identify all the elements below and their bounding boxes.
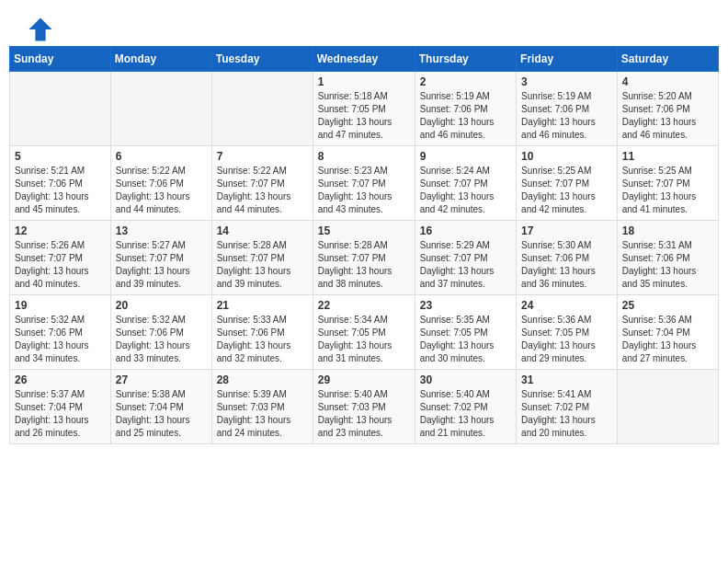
- calendar-cell: 6Sunrise: 5:22 AM Sunset: 7:06 PM Daylig…: [110, 146, 211, 221]
- day-info: Sunrise: 5:32 AM Sunset: 7:06 PM Dayligh…: [15, 314, 106, 365]
- day-info: Sunrise: 5:37 AM Sunset: 7:04 PM Dayligh…: [15, 388, 106, 440]
- calendar-cell: 31Sunrise: 5:41 AM Sunset: 7:02 PM Dayli…: [517, 370, 618, 444]
- calendar-cell: [10, 72, 111, 146]
- day-info: Sunrise: 5:40 AM Sunset: 7:02 PM Dayligh…: [420, 388, 511, 440]
- day-info: Sunrise: 5:25 AM Sunset: 7:07 PM Dayligh…: [622, 165, 713, 216]
- day-number: 31: [521, 373, 612, 386]
- day-info: Sunrise: 5:34 AM Sunset: 7:05 PM Dayligh…: [318, 314, 410, 365]
- day-number: 22: [318, 299, 410, 312]
- day-info: Sunrise: 5:36 AM Sunset: 7:04 PM Dayligh…: [622, 314, 713, 365]
- calendar-cell: 29Sunrise: 5:40 AM Sunset: 7:03 PM Dayli…: [313, 370, 415, 444]
- day-number: 4: [622, 75, 713, 88]
- day-info: Sunrise: 5:29 AM Sunset: 7:07 PM Dayligh…: [420, 239, 511, 291]
- day-number: 26: [15, 373, 106, 386]
- weekday-header-sunday: Sunday: [10, 47, 111, 72]
- calendar-week-3: 12Sunrise: 5:26 AM Sunset: 7:07 PM Dayli…: [10, 221, 719, 295]
- calendar-cell: 9Sunrise: 5:24 AM Sunset: 7:07 PM Daylig…: [415, 146, 516, 221]
- day-number: 7: [217, 150, 308, 163]
- calendar-cell: 7Sunrise: 5:22 AM Sunset: 7:07 PM Daylig…: [211, 146, 313, 221]
- calendar-cell: [211, 72, 313, 146]
- day-number: 10: [521, 150, 612, 163]
- day-info: Sunrise: 5:21 AM Sunset: 7:06 PM Dayligh…: [15, 165, 106, 216]
- day-info: Sunrise: 5:27 AM Sunset: 7:07 PM Dayligh…: [116, 239, 207, 291]
- day-info: Sunrise: 5:30 AM Sunset: 7:06 PM Dayligh…: [521, 239, 612, 291]
- logo-icon: [28, 17, 53, 42]
- day-info: Sunrise: 5:41 AM Sunset: 7:02 PM Dayligh…: [521, 388, 612, 440]
- day-number: 16: [420, 224, 511, 237]
- day-number: 15: [318, 224, 410, 237]
- calendar-cell: 22Sunrise: 5:34 AM Sunset: 7:05 PM Dayli…: [313, 295, 415, 370]
- weekday-header-saturday: Saturday: [617, 47, 718, 72]
- day-number: 2: [420, 75, 511, 88]
- calendar-cell: 27Sunrise: 5:38 AM Sunset: 7:04 PM Dayli…: [110, 370, 211, 444]
- day-info: Sunrise: 5:33 AM Sunset: 7:06 PM Dayligh…: [217, 314, 308, 365]
- day-number: 21: [217, 299, 308, 312]
- day-number: 6: [116, 150, 207, 163]
- day-info: Sunrise: 5:25 AM Sunset: 7:07 PM Dayligh…: [521, 165, 612, 216]
- day-number: 24: [521, 299, 612, 312]
- weekday-header-wednesday: Wednesday: [313, 47, 415, 72]
- day-number: 12: [15, 224, 106, 237]
- calendar-week-2: 5Sunrise: 5:21 AM Sunset: 7:06 PM Daylig…: [10, 146, 719, 221]
- calendar-cell: 26Sunrise: 5:37 AM Sunset: 7:04 PM Dayli…: [10, 370, 111, 444]
- day-number: 13: [116, 224, 207, 237]
- day-number: 11: [622, 150, 713, 163]
- calendar-week-4: 19Sunrise: 5:32 AM Sunset: 7:06 PM Dayli…: [10, 295, 719, 370]
- calendar-cell: 2Sunrise: 5:19 AM Sunset: 7:06 PM Daylig…: [415, 72, 516, 146]
- day-info: Sunrise: 5:40 AM Sunset: 7:03 PM Dayligh…: [318, 388, 410, 440]
- weekday-header-monday: Monday: [110, 47, 211, 72]
- day-info: Sunrise: 5:18 AM Sunset: 7:05 PM Dayligh…: [318, 90, 410, 142]
- calendar-cell: 3Sunrise: 5:19 AM Sunset: 7:06 PM Daylig…: [517, 72, 618, 146]
- calendar-table: SundayMondayTuesdayWednesdayThursdayFrid…: [9, 46, 719, 444]
- calendar-cell: 30Sunrise: 5:40 AM Sunset: 7:02 PM Dayli…: [415, 370, 516, 444]
- day-info: Sunrise: 5:28 AM Sunset: 7:07 PM Dayligh…: [318, 239, 410, 291]
- day-number: 28: [217, 373, 308, 386]
- day-number: 20: [116, 299, 207, 312]
- day-number: 17: [521, 224, 612, 237]
- day-info: Sunrise: 5:19 AM Sunset: 7:06 PM Dayligh…: [521, 90, 612, 142]
- day-number: 8: [318, 150, 410, 163]
- calendar-cell: 15Sunrise: 5:28 AM Sunset: 7:07 PM Dayli…: [313, 221, 415, 295]
- logo: [28, 17, 57, 42]
- weekday-header-friday: Friday: [517, 47, 618, 72]
- day-info: Sunrise: 5:22 AM Sunset: 7:07 PM Dayligh…: [217, 165, 308, 216]
- calendar-cell: 10Sunrise: 5:25 AM Sunset: 7:07 PM Dayli…: [517, 146, 618, 221]
- day-number: 25: [622, 299, 713, 312]
- calendar-cell: 16Sunrise: 5:29 AM Sunset: 7:07 PM Dayli…: [415, 221, 516, 295]
- calendar-cell: 18Sunrise: 5:31 AM Sunset: 7:06 PM Dayli…: [617, 221, 718, 295]
- calendar-cell: 19Sunrise: 5:32 AM Sunset: 7:06 PM Dayli…: [10, 295, 111, 370]
- day-number: 27: [116, 373, 207, 386]
- day-info: Sunrise: 5:22 AM Sunset: 7:06 PM Dayligh…: [116, 165, 207, 216]
- day-info: Sunrise: 5:39 AM Sunset: 7:03 PM Dayligh…: [217, 388, 308, 440]
- day-info: Sunrise: 5:35 AM Sunset: 7:05 PM Dayligh…: [420, 314, 511, 365]
- day-info: Sunrise: 5:36 AM Sunset: 7:05 PM Dayligh…: [521, 314, 612, 365]
- day-info: Sunrise: 5:31 AM Sunset: 7:06 PM Dayligh…: [622, 239, 713, 291]
- calendar-week-1: 1Sunrise: 5:18 AM Sunset: 7:05 PM Daylig…: [10, 72, 719, 146]
- svg-marker-0: [28, 17, 51, 40]
- calendar-cell: 14Sunrise: 5:28 AM Sunset: 7:07 PM Dayli…: [211, 221, 313, 295]
- calendar-cell: [617, 370, 718, 444]
- weekday-header-thursday: Thursday: [415, 47, 516, 72]
- day-number: 30: [420, 373, 511, 386]
- day-info: Sunrise: 5:19 AM Sunset: 7:06 PM Dayligh…: [420, 90, 511, 142]
- day-number: 3: [521, 75, 612, 88]
- day-number: 19: [15, 299, 106, 312]
- calendar-cell: 28Sunrise: 5:39 AM Sunset: 7:03 PM Dayli…: [211, 370, 313, 444]
- calendar-cell: 24Sunrise: 5:36 AM Sunset: 7:05 PM Dayli…: [517, 295, 618, 370]
- day-number: 14: [217, 224, 308, 237]
- calendar-cell: 23Sunrise: 5:35 AM Sunset: 7:05 PM Dayli…: [415, 295, 516, 370]
- calendar-cell: 12Sunrise: 5:26 AM Sunset: 7:07 PM Dayli…: [10, 221, 111, 295]
- calendar-cell: 17Sunrise: 5:30 AM Sunset: 7:06 PM Dayli…: [517, 221, 618, 295]
- day-number: 5: [15, 150, 106, 163]
- day-info: Sunrise: 5:23 AM Sunset: 7:07 PM Dayligh…: [318, 165, 410, 216]
- day-number: 23: [420, 299, 511, 312]
- weekday-header-tuesday: Tuesday: [211, 47, 313, 72]
- calendar-week-5: 26Sunrise: 5:37 AM Sunset: 7:04 PM Dayli…: [10, 370, 719, 444]
- day-number: 1: [318, 75, 410, 88]
- calendar-cell: 1Sunrise: 5:18 AM Sunset: 7:05 PM Daylig…: [313, 72, 415, 146]
- calendar-cell: 13Sunrise: 5:27 AM Sunset: 7:07 PM Dayli…: [110, 221, 211, 295]
- calendar-cell: [110, 72, 211, 146]
- calendar-cell: 20Sunrise: 5:32 AM Sunset: 7:06 PM Dayli…: [110, 295, 211, 370]
- day-number: 18: [622, 224, 713, 237]
- calendar-cell: 4Sunrise: 5:20 AM Sunset: 7:06 PM Daylig…: [617, 72, 718, 146]
